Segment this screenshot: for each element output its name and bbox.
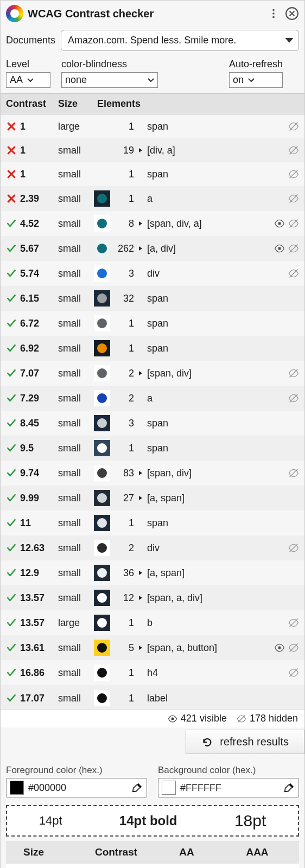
expand-icon[interactable] bbox=[136, 370, 145, 376]
bg-swatch bbox=[162, 781, 176, 795]
size-value: small bbox=[58, 318, 93, 329]
table-row[interactable]: 1large1span bbox=[1, 114, 304, 138]
hidden-icon[interactable] bbox=[288, 542, 299, 553]
elements-text: span bbox=[145, 443, 299, 454]
expand-icon[interactable] bbox=[136, 570, 145, 576]
table-row[interactable]: 9.99small27[a, span] bbox=[1, 486, 304, 510]
color-swatch bbox=[94, 465, 110, 481]
hidden-icon[interactable] bbox=[288, 617, 299, 628]
table-row[interactable]: 7.29small2a bbox=[1, 386, 304, 411]
contrast-value: 8.45 bbox=[20, 418, 39, 429]
table-row[interactable]: 9.5small1span bbox=[1, 436, 304, 461]
table-row[interactable]: 6.72small1span bbox=[1, 311, 304, 336]
size-value: small bbox=[58, 592, 93, 604]
color-swatch bbox=[94, 540, 110, 556]
hidden-icon[interactable] bbox=[288, 121, 299, 132]
color-swatch bbox=[94, 690, 110, 706]
pass-icon bbox=[6, 617, 17, 628]
element-count: 1 bbox=[111, 343, 136, 354]
hidden-icon[interactable] bbox=[288, 393, 299, 404]
table-row[interactable]: 1small1span bbox=[1, 162, 304, 186]
expand-icon[interactable] bbox=[136, 495, 145, 501]
close-icon[interactable] bbox=[285, 7, 299, 21]
hidden-icon[interactable] bbox=[288, 268, 299, 279]
refresh-button[interactable]: refresh results bbox=[186, 730, 304, 754]
table-row[interactable]: 16.86small1h4 bbox=[1, 660, 304, 685]
documents-select[interactable]: Amazon.com. Spend less. Smile more. bbox=[61, 30, 299, 51]
bg-color-input[interactable]: #FFFFFF bbox=[158, 778, 299, 797]
colorblindness-select[interactable]: none bbox=[61, 72, 158, 88]
elements-text: [a, span] bbox=[145, 567, 299, 579]
size-value: small bbox=[58, 169, 93, 180]
hidden-icon[interactable] bbox=[288, 667, 299, 678]
sh-contrast: Contrast bbox=[81, 846, 151, 858]
hidden-icon[interactable] bbox=[288, 193, 299, 204]
table-row[interactable]: 13.61small5[span, a, button] bbox=[1, 635, 304, 660]
elements-text: span bbox=[145, 318, 299, 329]
eyedropper-icon[interactable] bbox=[283, 782, 295, 794]
table-row[interactable]: 11small1span bbox=[1, 510, 304, 535]
hidden-icon[interactable] bbox=[288, 468, 299, 478]
table-row[interactable]: 12.63small2div bbox=[1, 535, 304, 560]
expand-icon[interactable] bbox=[136, 147, 145, 154]
table-row[interactable]: 2.39small1a bbox=[1, 186, 304, 211]
contrast-value: 9.99 bbox=[20, 493, 39, 504]
element-count: 3 bbox=[111, 418, 136, 429]
table-row[interactable]: 6.15small32span bbox=[1, 286, 304, 311]
table-row[interactable]: 7.07small2[span, div] bbox=[1, 361, 304, 386]
table-row[interactable]: 5.67small262[a, div] bbox=[1, 236, 304, 261]
table-row[interactable]: 4.52small8[span, div, a] bbox=[1, 211, 304, 236]
hidden-icon[interactable] bbox=[288, 145, 299, 156]
pass-icon bbox=[6, 343, 17, 354]
pass-icon bbox=[6, 693, 17, 704]
visible-icon[interactable] bbox=[274, 642, 285, 653]
more-menu-icon[interactable] bbox=[268, 8, 279, 20]
expand-icon[interactable] bbox=[136, 595, 145, 601]
visible-icon[interactable] bbox=[274, 218, 285, 229]
table-row[interactable]: 6.92small1span bbox=[1, 336, 304, 361]
element-count: 1 bbox=[111, 318, 136, 329]
autorefresh-label: Auto-refresh bbox=[229, 59, 283, 70]
color-swatch bbox=[94, 265, 110, 282]
hidden-icon[interactable] bbox=[288, 642, 299, 653]
element-count: 36 bbox=[111, 567, 136, 579]
color-swatch bbox=[94, 365, 110, 381]
table-row[interactable]: 13.57small12[span, a, div] bbox=[1, 585, 304, 610]
pass-icon bbox=[6, 567, 17, 578]
level-select[interactable]: AA bbox=[6, 72, 50, 88]
hidden-icon[interactable] bbox=[288, 169, 299, 180]
visible-icon[interactable] bbox=[274, 243, 285, 254]
size-value: small bbox=[58, 667, 93, 679]
color-swatch bbox=[94, 290, 110, 307]
elements-text: h4 bbox=[145, 667, 288, 679]
size-value: small bbox=[58, 145, 93, 156]
table-row[interactable]: 1small19[div, a] bbox=[1, 138, 304, 162]
pass-icon bbox=[6, 642, 17, 653]
table-row[interactable]: 9.74small83[span, div] bbox=[1, 461, 304, 486]
refresh-label: refresh results bbox=[220, 736, 289, 748]
expand-icon[interactable] bbox=[136, 644, 145, 651]
elements-text: [div, a] bbox=[145, 145, 288, 156]
hidden-icon[interactable] bbox=[288, 368, 299, 379]
hidden-icon[interactable] bbox=[288, 218, 299, 229]
expand-icon[interactable] bbox=[136, 245, 145, 252]
eyedropper-icon[interactable] bbox=[131, 782, 143, 794]
table-row[interactable]: 12.9small36[a, span] bbox=[1, 560, 304, 585]
expand-icon[interactable] bbox=[136, 220, 145, 227]
app-title: WCAG Contrast checker bbox=[28, 8, 268, 20]
table-row[interactable]: 13.57large1b bbox=[1, 610, 304, 635]
table-row[interactable]: 17.07small1label bbox=[1, 685, 304, 709]
table-row[interactable]: 8.45small3span bbox=[1, 411, 304, 436]
hidden-icon[interactable] bbox=[288, 243, 299, 254]
pass-icon bbox=[6, 218, 17, 229]
preview-14pt-bold: 14pt bold bbox=[119, 813, 177, 828]
fail-icon bbox=[6, 121, 17, 132]
table-row[interactable]: 5.74small3div bbox=[1, 261, 304, 286]
element-count: 262 bbox=[111, 243, 136, 254]
elements-text: span bbox=[145, 343, 299, 354]
pass-icon bbox=[6, 518, 17, 528]
expand-icon[interactable] bbox=[136, 470, 145, 476]
pass-icon bbox=[6, 318, 17, 329]
autorefresh-select[interactable]: on bbox=[229, 72, 283, 88]
fg-color-input[interactable]: #000000 bbox=[6, 778, 147, 797]
